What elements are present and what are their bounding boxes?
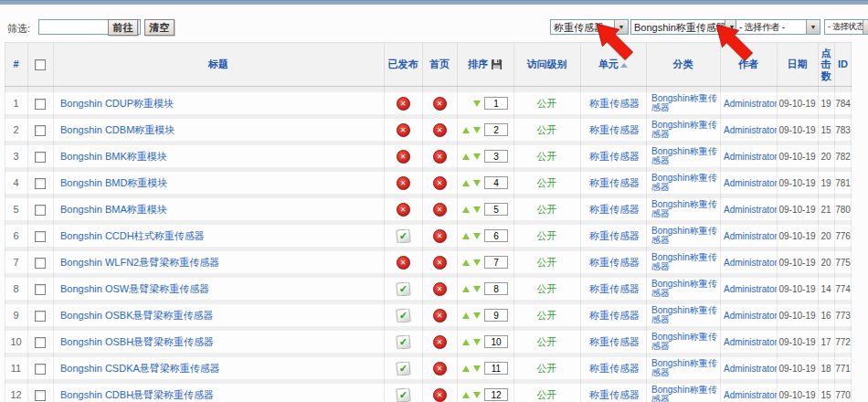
section-link[interactable]: 称重传感器 [589,336,640,347]
article-title-link[interactable]: Bongshin CDUP称重模块 [60,98,174,109]
frontpage-toggle-icon[interactable] [433,123,447,137]
state-filter-select[interactable]: - 选择状态 - [824,19,868,35]
go-button[interactable]: 前往 [108,19,138,36]
published-toggle-icon[interactable] [396,388,410,402]
column-header-published[interactable]: 已发布 [384,58,422,70]
order-up-icon[interactable] [462,127,470,133]
dropdown-arrow-icon[interactable] [863,20,868,34]
category-link[interactable]: Bongshin称重传感器 [651,200,717,219]
clear-button[interactable]: 清空 [144,19,175,36]
frontpage-toggle-icon[interactable] [433,335,447,349]
section-link[interactable]: 称重传感器 [589,98,640,109]
published-toggle-icon[interactable] [397,123,410,137]
article-title-link[interactable]: Bongshin OSBH悬臂梁称重传感器 [60,336,214,347]
order-down-icon[interactable] [473,180,481,186]
section-link[interactable]: 称重传感器 [589,204,640,215]
published-toggle-icon[interactable] [397,256,410,270]
order-up-icon[interactable] [462,233,470,239]
order-up-icon[interactable] [462,392,470,398]
order-input[interactable] [484,362,508,375]
order-input[interactable] [484,335,508,348]
frontpage-toggle-icon[interactable] [433,388,447,402]
category-link[interactable]: Bongshin称重传感器 [651,94,717,113]
order-down-icon[interactable] [473,392,481,398]
category-link[interactable]: Bongshin称重传感器 [651,253,717,272]
author-link[interactable]: Administrator [724,205,777,215]
column-header-hits[interactable]: 点击数 [818,48,834,82]
order-down-icon[interactable] [473,259,481,266]
author-link[interactable]: Administrator [724,284,777,294]
order-up-icon[interactable] [462,339,470,345]
category-link[interactable]: Bongshin称重传感器 [651,174,717,193]
article-title-link[interactable]: Bongshin CDBM称重模块 [60,124,175,135]
author-link[interactable]: Administrator [724,311,777,321]
order-down-icon[interactable] [473,153,481,160]
row-checkbox[interactable] [35,99,46,110]
category-link[interactable]: Bongshin称重传感器 [651,359,717,378]
section-link[interactable]: 称重传感器 [589,310,640,321]
author-link[interactable]: Administrator [724,178,777,188]
author-link[interactable]: Administrator [724,390,777,400]
order-input[interactable] [484,176,508,189]
dropdown-arrow-icon[interactable] [806,20,820,34]
order-up-icon[interactable] [462,180,470,186]
article-title-link[interactable]: Bongshin OSBK悬臂梁称重传感器 [60,310,214,321]
article-title-link[interactable]: Bongshin CCDH柱式称重传感器 [60,230,205,241]
column-header-access[interactable]: 访问级别 [513,58,580,70]
article-title-link[interactable]: Bongshin WLFN2悬臂梁称重传感器 [60,257,219,268]
order-down-icon[interactable] [473,312,481,319]
row-checkbox[interactable] [35,284,46,295]
article-title-link[interactable]: Bongshin CSDKA悬臂梁称重传感器 [60,363,220,374]
order-input[interactable] [484,203,508,216]
section-link[interactable]: 称重传感器 [589,151,640,162]
order-down-icon[interactable] [473,286,481,292]
category-link[interactable]: Bongshin称重传感器 [651,227,717,246]
row-checkbox[interactable] [35,337,46,348]
published-toggle-icon[interactable] [396,282,410,296]
order-input[interactable] [484,123,508,136]
published-toggle-icon[interactable] [396,362,410,376]
frontpage-toggle-icon[interactable] [433,229,447,243]
select-all-checkbox[interactable] [35,59,46,70]
order-up-icon[interactable] [462,312,470,319]
order-up-icon[interactable] [462,206,470,213]
order-down-icon[interactable] [473,100,481,107]
published-toggle-icon[interactable] [397,150,410,164]
column-header-category[interactable]: 分类 [646,58,720,70]
frontpage-toggle-icon[interactable] [433,256,447,270]
author-link[interactable]: Administrator [724,337,777,347]
section-link[interactable]: 称重传感器 [589,363,640,374]
frontpage-toggle-icon[interactable] [433,150,447,164]
author-link[interactable]: Administrator [724,231,777,241]
row-checkbox[interactable] [35,390,46,401]
section-link[interactable]: 称重传感器 [589,124,640,135]
author-link[interactable]: Administrator [724,258,777,268]
row-checkbox[interactable] [35,125,46,136]
published-toggle-icon[interactable] [397,176,410,190]
article-title-link[interactable]: Bongshin CDBH悬臂梁称重传感器 [60,389,214,400]
order-up-icon[interactable] [462,259,470,266]
frontpage-toggle-icon[interactable] [433,362,447,376]
author-link[interactable]: Administrator [724,125,777,135]
category-link[interactable]: Bongshin称重传感器 [651,333,717,352]
row-checkbox[interactable] [35,258,46,269]
section-link[interactable]: 称重传感器 [589,389,640,400]
published-toggle-icon[interactable] [397,97,410,111]
row-checkbox[interactable] [35,311,46,322]
column-header-date[interactable]: 日期 [777,58,818,70]
article-title-link[interactable]: Bongshin BMK称重模块 [60,151,167,162]
category-link[interactable]: Bongshin称重传感器 [651,306,717,325]
order-input[interactable] [484,150,508,163]
order-input[interactable] [484,309,508,322]
frontpage-toggle-icon[interactable] [433,176,447,190]
article-title-link[interactable]: Bongshin OSW悬臂梁称重传感器 [60,283,209,294]
section-link[interactable]: 称重传感器 [589,257,640,268]
column-header-order[interactable]: 排序 [457,58,513,70]
author-link[interactable]: Administrator [724,99,777,109]
row-checkbox[interactable] [35,205,46,216]
frontpage-toggle-icon[interactable] [433,203,447,217]
column-header-title[interactable]: 标题 [53,58,384,70]
category-link[interactable]: Bongshin称重传感器 [651,280,717,299]
order-up-icon[interactable] [462,286,470,292]
order-down-icon[interactable] [473,206,481,213]
